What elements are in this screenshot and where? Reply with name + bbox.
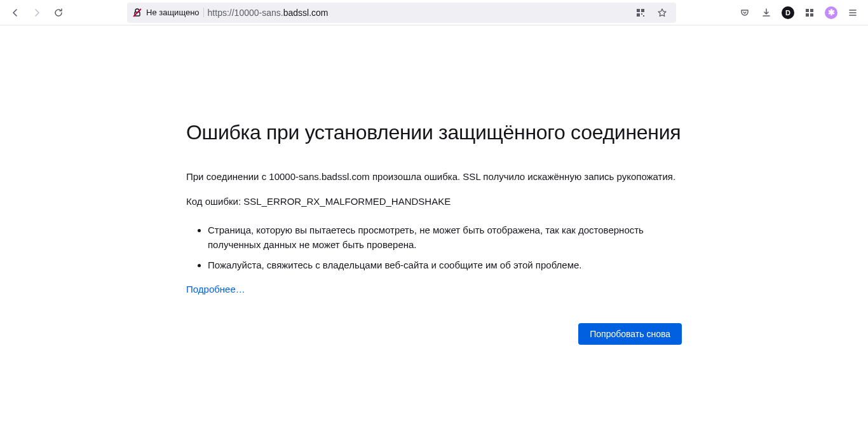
svg-rect-10	[810, 13, 813, 17]
toolbar-right: D ✱	[735, 3, 863, 23]
downloads-icon[interactable]	[756, 3, 776, 23]
svg-rect-7	[806, 9, 809, 12]
learn-more-link[interactable]: Подробнее…	[186, 284, 245, 295]
url-bar[interactable]: Не защищено https://10000-sans.badssl.co…	[127, 3, 676, 23]
error-hints: Страница, которую вы пытаетесь просмотре…	[208, 223, 682, 272]
reload-button[interactable]	[48, 3, 69, 23]
error-message-1: При соединении с 10000-sans.badssl.com п…	[186, 170, 682, 184]
back-button[interactable]	[5, 3, 25, 23]
app-menu-icon[interactable]	[843, 3, 863, 23]
extension-d[interactable]: D	[778, 3, 798, 23]
url-text: https://10000-sans.badssl.com	[208, 8, 628, 18]
page-title: Ошибка при установлении защищённого соед…	[186, 121, 682, 144]
svg-rect-5	[641, 13, 642, 15]
list-item: Пожалуйста, свяжитесь с владельцами веб-…	[208, 258, 682, 272]
qr-icon[interactable]	[632, 4, 649, 22]
svg-rect-8	[810, 9, 813, 12]
security-label: Не защищено	[146, 8, 204, 17]
svg-rect-2	[637, 9, 640, 12]
extension-snowflake[interactable]: ✱	[821, 3, 841, 23]
extension-apps-icon[interactable]	[799, 3, 820, 23]
error-page: Ошибка при установлении защищённого соед…	[186, 121, 682, 345]
pocket-icon[interactable]	[735, 3, 755, 23]
svg-rect-3	[641, 9, 644, 12]
list-item: Страница, которую вы пытаетесь просмотре…	[208, 223, 682, 253]
svg-rect-4	[637, 13, 640, 17]
retry-button[interactable]: Попробовать снова	[578, 323, 682, 345]
browser-toolbar: Не защищено https://10000-sans.badssl.co…	[0, 0, 868, 25]
bookmark-star-icon[interactable]	[653, 4, 671, 22]
error-code: Код ошибки: SSL_ERROR_RX_MALFORMED_HANDS…	[186, 195, 682, 209]
lock-warning-icon	[132, 8, 142, 18]
svg-rect-9	[806, 13, 809, 17]
svg-rect-6	[643, 15, 644, 17]
forward-button[interactable]	[27, 3, 47, 23]
